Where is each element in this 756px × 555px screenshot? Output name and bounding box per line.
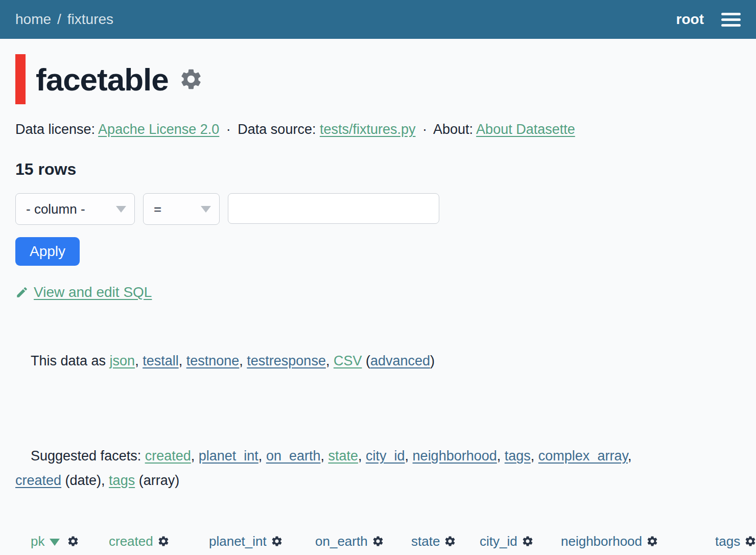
column-header-state: state — [406, 530, 475, 555]
export-link-testresponse[interactable]: testresponse — [247, 353, 326, 368]
page-title: facetable — [36, 61, 169, 98]
column-sort-link-created[interactable]: created — [109, 534, 153, 549]
sql-link-row: View and edit SQL — [15, 284, 741, 300]
facet-link-complex_array[interactable]: complex_array — [538, 448, 628, 464]
metadata-dot: · — [226, 122, 231, 137]
column-sort-link-neighborhood[interactable]: neighborhood — [561, 534, 642, 549]
source-link[interactable]: tests/fixtures.py — [320, 122, 416, 137]
export-links-row: This data as json, testall, testnone, te… — [15, 324, 741, 398]
results-table: pkcreatedplanet_inton_earthstatecity_idn… — [26, 530, 756, 555]
column-header-neighborhood: neighborhood — [556, 530, 710, 555]
export-prefix: This data as — [31, 353, 110, 368]
list-separator: , — [326, 353, 334, 368]
facet-link-tags[interactable]: tags — [109, 473, 135, 488]
breadcrumb-separator: / — [57, 11, 61, 28]
list-separator: ) — [430, 353, 435, 368]
row-count-heading: 15 rows — [15, 160, 741, 179]
column-header-created: created — [104, 530, 204, 555]
breadcrumb: home / fixtures — [15, 11, 113, 28]
list-separator: (date), — [61, 473, 109, 488]
breadcrumb-home-link[interactable]: home — [15, 11, 51, 28]
facet-link-city_id[interactable]: city_id — [366, 448, 405, 464]
license-label: Data license: — [15, 122, 95, 137]
table-header-row: pkcreatedplanet_inton_earthstatecity_idn… — [26, 530, 756, 555]
column-sort-link-pk[interactable]: pk — [31, 534, 44, 549]
filter-controls: - column - = — [15, 193, 741, 225]
sort-descending-icon — [50, 539, 60, 546]
column-sort-link-city_id[interactable]: city_id — [480, 534, 517, 549]
column-gear-icon[interactable] — [372, 535, 384, 551]
title-accent-bar — [15, 54, 26, 104]
list-separator: , — [258, 448, 266, 464]
facet-link-created[interactable]: created — [145, 448, 191, 464]
operator-select-value: = — [154, 201, 161, 217]
export-link-advanced[interactable]: advanced — [370, 353, 430, 368]
chevron-down-icon — [201, 206, 211, 213]
column-sort-link-planet_int[interactable]: planet_int — [209, 534, 267, 549]
export-link-testnone[interactable]: testnone — [186, 353, 240, 368]
export-link-CSV[interactable]: CSV — [334, 353, 362, 368]
facet-link-planet_int[interactable]: planet_int — [199, 448, 258, 464]
list-separator: , — [239, 353, 247, 368]
column-gear-icon[interactable] — [522, 535, 534, 551]
column-sort-link-tags[interactable]: tags — [715, 534, 740, 549]
column-gear-icon[interactable] — [444, 535, 456, 551]
list-separator: , — [497, 448, 505, 464]
list-separator: , — [179, 353, 186, 368]
facets-prefix: Suggested facets: — [31, 448, 145, 464]
chevron-down-icon — [116, 206, 126, 213]
source-label: Data source: — [238, 122, 316, 137]
pencil-icon — [15, 286, 29, 299]
column-sort-link-state[interactable]: state — [411, 534, 440, 549]
list-separator: , — [191, 448, 199, 464]
export-link-json[interactable]: json — [110, 353, 135, 368]
list-separator: , — [628, 448, 632, 464]
column-header-tags: tags — [710, 530, 756, 555]
column-select-value: - column - — [26, 201, 85, 217]
list-separator: , — [405, 448, 413, 464]
facet-link-tags[interactable]: tags — [505, 448, 531, 464]
metadata-dot: · — [422, 122, 427, 137]
column-gear-icon[interactable] — [157, 535, 170, 551]
column-select[interactable]: - column - — [15, 193, 135, 225]
column-gear-icon[interactable] — [744, 535, 756, 551]
column-header-city_id: city_id — [475, 530, 556, 555]
filter-value-input[interactable] — [228, 193, 439, 224]
list-separator: (array) — [135, 473, 179, 488]
metadata-line: Data license: Apache License 2.0 · Data … — [15, 122, 741, 137]
column-gear-icon[interactable] — [67, 535, 79, 551]
facet-link-state[interactable]: state — [328, 448, 358, 464]
column-gear-icon[interactable] — [271, 535, 283, 551]
list-separator: , — [135, 353, 143, 368]
list-separator: , — [320, 448, 328, 464]
column-sort-link-on_earth[interactable]: on_earth — [315, 534, 368, 549]
top-navigation-bar: home / fixtures root — [0, 0, 756, 39]
list-separator: , — [358, 448, 366, 464]
column-header-pk: pk — [26, 530, 104, 555]
facet-link-created[interactable]: created — [15, 473, 61, 488]
list-separator: , — [531, 448, 538, 464]
about-label: About: — [433, 122, 473, 137]
hamburger-menu-icon[interactable] — [721, 13, 741, 27]
facet-link-neighborhood[interactable]: neighborhood — [413, 448, 497, 464]
column-gear-icon[interactable] — [646, 535, 658, 551]
suggested-facets-row: Suggested facets: created, planet_int, o… — [15, 419, 741, 517]
export-link-testall[interactable]: testall — [143, 353, 179, 368]
facet-link-on_earth[interactable]: on_earth — [266, 448, 321, 464]
breadcrumb-fixtures-link[interactable]: fixtures — [67, 11, 113, 28]
logged-in-user-label[interactable]: root — [676, 11, 704, 28]
column-header-on_earth: on_earth — [310, 530, 406, 555]
operator-select[interactable]: = — [143, 193, 220, 225]
page-title-row: facetable — [15, 54, 741, 104]
apply-button[interactable]: Apply — [15, 237, 80, 266]
column-header-planet_int: planet_int — [204, 530, 310, 555]
license-link[interactable]: Apache License 2.0 — [98, 122, 219, 137]
list-separator: ( — [362, 353, 370, 368]
table-gear-icon[interactable] — [179, 67, 203, 91]
about-link[interactable]: About Datasette — [476, 122, 575, 137]
view-edit-sql-link[interactable]: View and edit SQL — [34, 284, 152, 300]
